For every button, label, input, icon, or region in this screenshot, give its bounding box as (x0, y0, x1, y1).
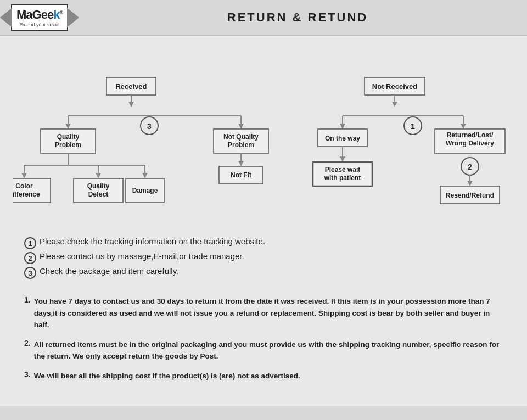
logo-registered: ® (59, 10, 63, 15)
svg-marker-63 (467, 181, 473, 186)
svg-marker-10 (238, 124, 244, 129)
svg-text:Resend/Refund: Resend/Refund (446, 192, 494, 199)
rule-text-2: All returned items must be in the origin… (34, 339, 503, 362)
rule-text-1: You have 7 days to contact us and 30 day… (34, 295, 503, 331)
svg-marker-21 (96, 173, 101, 178)
svg-text:Problem: Problem (55, 141, 81, 149)
svg-marker-49 (461, 124, 466, 129)
rule-item-3: 3. We will bear all the shipping cost if… (24, 370, 503, 382)
instruction-item-1: 1 Please check the tracking information … (24, 237, 503, 249)
instruction-item-2: 2 Please contact us by massage,E-mail,or… (24, 251, 503, 264)
svg-text:2: 2 (468, 163, 472, 171)
svg-text:Problem: Problem (228, 141, 254, 149)
svg-marker-19 (21, 173, 27, 178)
svg-text:Please wait: Please wait (325, 166, 361, 173)
rule-number-3: 3. (24, 370, 31, 379)
svg-text:Returned/Lost/: Returned/Lost/ (447, 131, 494, 139)
svg-text:Damage: Damage (132, 187, 158, 194)
logo-tagline: Extend your smart (16, 22, 63, 27)
svg-text:Not Fit: Not Fit (231, 171, 251, 179)
svg-text:Not  Received: Not Received (372, 82, 417, 91)
instructions-section: 1 Please check the tracking information … (13, 231, 514, 287)
svg-text:Color: Color (15, 182, 33, 190)
svg-text:Wrong Delivery: Wrong Delivery (446, 139, 494, 147)
rule-item-1: 1. You have 7 days to contact us and 30 … (24, 295, 503, 331)
logo-inner: MaGeek® Extend your smart (16, 8, 63, 27)
svg-text:Received: Received (115, 82, 147, 91)
svg-text:with patient: with patient (324, 174, 361, 182)
main-content: Received 3 Quality Problem (0, 36, 527, 406)
flowchart-svg: Received 3 Quality Problem (13, 44, 514, 231)
svg-marker-42 (392, 102, 397, 107)
logo-brand-text: MaGeek® (16, 8, 63, 22)
rule-item-2: 2. All returned items must be in the ori… (24, 339, 503, 362)
flowchart: Received 3 Quality Problem (13, 44, 514, 231)
rule-number-1: 1. (24, 295, 31, 304)
svg-text:Quality: Quality (87, 182, 110, 190)
svg-text:1: 1 (411, 122, 415, 131)
instruction-circle-3: 3 (24, 267, 36, 279)
instruction-text-3: Check the package and item carefully. (40, 266, 178, 276)
rules-section: 1. You have 7 days to contact us and 30 … (13, 287, 514, 395)
instruction-circle-1: 1 (24, 237, 36, 249)
instruction-text-1: Please check the tracking information on… (40, 237, 265, 246)
page-title: RETURN & RETUND (79, 10, 516, 25)
svg-text:difference: difference (13, 191, 40, 198)
rule-number-2: 2. (24, 339, 31, 348)
svg-marker-8 (65, 124, 71, 129)
logo-triangle-right-icon (67, 8, 79, 27)
instruction-text-2: Please contact us by massage,E-mail,or t… (40, 251, 244, 261)
svg-text:Not Quality: Not Quality (223, 133, 259, 141)
svg-marker-3 (128, 102, 134, 107)
svg-marker-23 (142, 173, 148, 178)
instruction-item-3: 3 Check the package and item carefully. (24, 266, 503, 279)
rule-text-3: We will bear all the shipping cost if th… (34, 370, 300, 382)
svg-marker-36 (238, 161, 244, 166)
svg-text:On the way: On the way (325, 135, 360, 142)
instruction-circle-2: 2 (24, 252, 36, 264)
logo: MaGeek® Extend your smart (11, 4, 68, 31)
svg-marker-53 (340, 156, 345, 162)
svg-text:3: 3 (147, 122, 152, 131)
svg-text:Quality: Quality (57, 133, 80, 141)
svg-marker-47 (340, 124, 345, 129)
svg-text:Defect: Defect (88, 191, 109, 198)
header: MaGeek® Extend your smart RETURN & RETUN… (0, 0, 527, 36)
logo-triangle-left-icon (0, 8, 12, 27)
